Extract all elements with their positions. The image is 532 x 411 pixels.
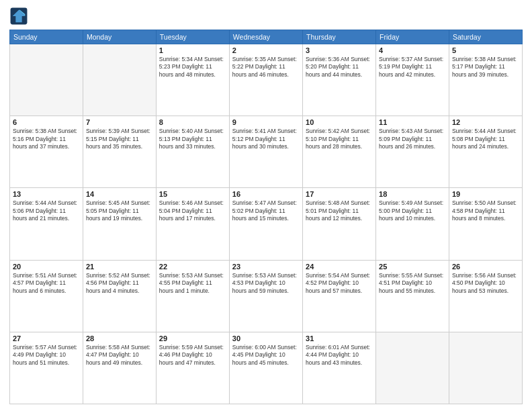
day-number: 24 <box>306 263 373 271</box>
calendar-cell: 19Sunrise: 5:50 AM Sunset: 4:58 PM Dayli… <box>449 188 522 260</box>
day-info: Sunrise: 5:43 AM Sunset: 5:09 PM Dayligh… <box>379 128 446 150</box>
day-number: 18 <box>379 190 446 198</box>
calendar-cell: 29Sunrise: 5:59 AM Sunset: 4:46 PM Dayli… <box>156 332 229 404</box>
calendar-cell: 1Sunrise: 5:34 AM Sunset: 5:23 PM Daylig… <box>156 44 229 116</box>
calendar-cell: 3Sunrise: 5:36 AM Sunset: 5:20 PM Daylig… <box>303 44 376 116</box>
calendar-week-row: 13Sunrise: 5:44 AM Sunset: 5:06 PM Dayli… <box>10 188 523 260</box>
day-info: Sunrise: 5:45 AM Sunset: 5:05 PM Dayligh… <box>86 199 153 222</box>
day-info: Sunrise: 5:35 AM Sunset: 5:22 PM Dayligh… <box>232 56 300 79</box>
calendar-cell: 22Sunrise: 5:53 AM Sunset: 4:55 PM Dayli… <box>156 260 229 332</box>
calendar-cell <box>83 44 156 116</box>
calendar-cell <box>376 332 449 404</box>
calendar-cell: 9Sunrise: 5:41 AM Sunset: 5:12 PM Daylig… <box>229 116 302 188</box>
calendar-cell: 17Sunrise: 5:48 AM Sunset: 5:01 PM Dayli… <box>303 188 376 260</box>
calendar-header-saturday: Saturday <box>449 30 522 44</box>
day-number: 5 <box>452 46 519 54</box>
day-number: 3 <box>306 46 373 54</box>
day-info: Sunrise: 5:46 AM Sunset: 5:04 PM Dayligh… <box>159 199 226 222</box>
day-number: 23 <box>232 263 300 271</box>
day-info: Sunrise: 6:01 AM Sunset: 4:44 PM Dayligh… <box>306 344 373 367</box>
calendar-header-friday: Friday <box>376 30 449 44</box>
day-info: Sunrise: 5:54 AM Sunset: 4:52 PM Dayligh… <box>306 272 373 295</box>
day-info: Sunrise: 5:53 AM Sunset: 4:55 PM Dayligh… <box>159 272 226 295</box>
calendar-cell: 11Sunrise: 5:43 AM Sunset: 5:09 PM Dayli… <box>376 116 449 188</box>
logo-icon <box>9 7 28 26</box>
day-number: 20 <box>13 263 80 271</box>
calendar-header-wednesday: Wednesday <box>229 30 302 44</box>
day-number: 14 <box>86 190 153 198</box>
day-info: Sunrise: 5:53 AM Sunset: 4:53 PM Dayligh… <box>232 272 300 295</box>
calendar-cell: 8Sunrise: 5:40 AM Sunset: 5:13 PM Daylig… <box>156 116 229 188</box>
day-number: 6 <box>13 118 80 126</box>
day-info: Sunrise: 5:58 AM Sunset: 4:47 PM Dayligh… <box>86 344 153 367</box>
calendar-cell <box>449 332 522 404</box>
calendar-cell: 21Sunrise: 5:52 AM Sunset: 4:56 PM Dayli… <box>83 260 156 332</box>
calendar-cell: 7Sunrise: 5:39 AM Sunset: 5:15 PM Daylig… <box>83 116 156 188</box>
day-info: Sunrise: 6:00 AM Sunset: 4:45 PM Dayligh… <box>232 344 300 367</box>
day-number: 7 <box>86 118 153 126</box>
day-info: Sunrise: 5:34 AM Sunset: 5:23 PM Dayligh… <box>159 56 226 79</box>
day-info: Sunrise: 5:38 AM Sunset: 5:16 PM Dayligh… <box>13 128 80 150</box>
day-info: Sunrise: 5:36 AM Sunset: 5:20 PM Dayligh… <box>306 56 373 79</box>
day-number: 26 <box>452 263 519 271</box>
day-info: Sunrise: 5:37 AM Sunset: 5:19 PM Dayligh… <box>379 56 446 79</box>
day-info: Sunrise: 5:50 AM Sunset: 4:58 PM Dayligh… <box>452 199 519 222</box>
day-number: 8 <box>159 118 226 126</box>
day-info: Sunrise: 5:38 AM Sunset: 5:17 PM Dayligh… <box>452 56 519 79</box>
calendar-week-row: 6Sunrise: 5:38 AM Sunset: 5:16 PM Daylig… <box>10 116 523 188</box>
day-info: Sunrise: 5:51 AM Sunset: 4:57 PM Dayligh… <box>13 272 80 295</box>
day-number: 10 <box>306 118 373 126</box>
day-number: 13 <box>13 190 80 198</box>
day-number: 1 <box>159 46 226 54</box>
calendar-cell: 23Sunrise: 5:53 AM Sunset: 4:53 PM Dayli… <box>229 260 302 332</box>
day-info: Sunrise: 5:39 AM Sunset: 5:15 PM Dayligh… <box>86 128 153 150</box>
day-info: Sunrise: 5:44 AM Sunset: 5:08 PM Dayligh… <box>452 128 519 150</box>
calendar-cell: 25Sunrise: 5:55 AM Sunset: 4:51 PM Dayli… <box>376 260 449 332</box>
calendar-cell: 31Sunrise: 6:01 AM Sunset: 4:44 PM Dayli… <box>303 332 376 404</box>
day-number: 9 <box>232 118 300 126</box>
calendar-cell: 18Sunrise: 5:49 AM Sunset: 5:00 PM Dayli… <box>376 188 449 260</box>
calendar-cell: 16Sunrise: 5:47 AM Sunset: 5:02 PM Dayli… <box>229 188 302 260</box>
day-number: 12 <box>452 118 519 126</box>
day-info: Sunrise: 5:57 AM Sunset: 4:49 PM Dayligh… <box>13 344 80 367</box>
day-number: 25 <box>379 263 446 271</box>
calendar-cell: 10Sunrise: 5:42 AM Sunset: 5:10 PM Dayli… <box>303 116 376 188</box>
header <box>9 7 523 26</box>
calendar-cell: 13Sunrise: 5:44 AM Sunset: 5:06 PM Dayli… <box>10 188 83 260</box>
calendar-cell: 6Sunrise: 5:38 AM Sunset: 5:16 PM Daylig… <box>10 116 83 188</box>
day-number: 21 <box>86 263 153 271</box>
calendar-header-thursday: Thursday <box>303 30 376 44</box>
calendar-cell <box>10 44 83 116</box>
day-number: 15 <box>159 190 226 198</box>
page-container: SundayMondayTuesdayWednesdayThursdayFrid… <box>0 0 532 411</box>
day-info: Sunrise: 5:47 AM Sunset: 5:02 PM Dayligh… <box>232 199 300 222</box>
logo <box>9 7 31 26</box>
calendar-week-row: 1Sunrise: 5:34 AM Sunset: 5:23 PM Daylig… <box>10 44 523 116</box>
day-number: 29 <box>159 334 226 342</box>
day-number: 2 <box>232 46 300 54</box>
day-number: 4 <box>379 46 446 54</box>
day-number: 17 <box>306 190 373 198</box>
calendar-cell: 4Sunrise: 5:37 AM Sunset: 5:19 PM Daylig… <box>376 44 449 116</box>
calendar-week-row: 27Sunrise: 5:57 AM Sunset: 4:49 PM Dayli… <box>10 332 523 404</box>
day-number: 30 <box>232 334 300 342</box>
calendar-cell: 27Sunrise: 5:57 AM Sunset: 4:49 PM Dayli… <box>10 332 83 404</box>
calendar-header-tuesday: Tuesday <box>156 30 229 44</box>
day-number: 31 <box>306 334 373 342</box>
calendar-header-monday: Monday <box>83 30 156 44</box>
calendar-cell: 14Sunrise: 5:45 AM Sunset: 5:05 PM Dayli… <box>83 188 156 260</box>
day-number: 22 <box>159 263 226 271</box>
day-number: 28 <box>86 334 153 342</box>
calendar-cell: 20Sunrise: 5:51 AM Sunset: 4:57 PM Dayli… <box>10 260 83 332</box>
calendar-cell: 24Sunrise: 5:54 AM Sunset: 4:52 PM Dayli… <box>303 260 376 332</box>
day-info: Sunrise: 5:42 AM Sunset: 5:10 PM Dayligh… <box>306 128 373 150</box>
calendar-cell: 30Sunrise: 6:00 AM Sunset: 4:45 PM Dayli… <box>229 332 302 404</box>
calendar-cell: 26Sunrise: 5:56 AM Sunset: 4:50 PM Dayli… <box>449 260 522 332</box>
day-number: 11 <box>379 118 446 126</box>
calendar-header-row: SundayMondayTuesdayWednesdayThursdayFrid… <box>10 30 523 44</box>
calendar-cell: 2Sunrise: 5:35 AM Sunset: 5:22 PM Daylig… <box>229 44 302 116</box>
day-info: Sunrise: 5:40 AM Sunset: 5:13 PM Dayligh… <box>159 128 226 150</box>
day-info: Sunrise: 5:49 AM Sunset: 5:00 PM Dayligh… <box>379 199 446 222</box>
calendar-cell: 15Sunrise: 5:46 AM Sunset: 5:04 PM Dayli… <box>156 188 229 260</box>
calendar-header-sunday: Sunday <box>10 30 83 44</box>
